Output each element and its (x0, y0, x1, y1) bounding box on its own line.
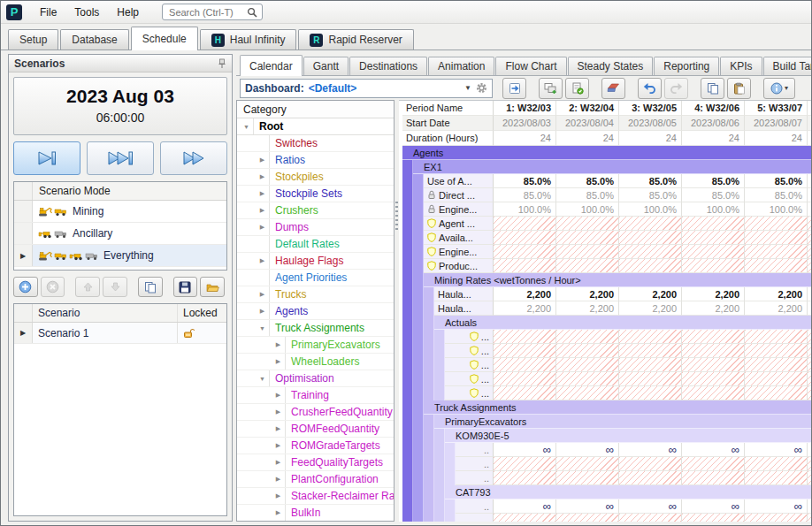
expander-icon[interactable]: ▶ (256, 152, 269, 168)
tree-item-romgradetargets[interactable]: ▶ROMGradeTargets (237, 438, 394, 454)
grid-cell[interactable]: 24 (494, 131, 556, 146)
grid-cell[interactable] (682, 217, 745, 231)
grid-cell[interactable] (745, 372, 808, 386)
expander-icon[interactable]: ▼ (256, 320, 269, 336)
undo-button[interactable] (638, 78, 662, 99)
expander-icon[interactable]: ▼ (256, 370, 269, 386)
grid-cell[interactable]: 85.0% (494, 188, 556, 202)
group-header[interactable]: PrimaryExcavators (434, 415, 811, 429)
tab-gantt[interactable]: Gantt (303, 57, 349, 75)
grid-cell[interactable]: 2023/08/05 (619, 116, 682, 131)
tab-database[interactable]: Database (60, 29, 128, 50)
grid-cell[interactable]: 2,200 (556, 301, 619, 316)
group-header[interactable]: Truck Assignments (424, 400, 811, 415)
expander-icon[interactable]: ▶ (272, 421, 285, 437)
grid-cell[interactable] (619, 471, 682, 485)
mode-row-ancillary[interactable]: Ancillary (14, 223, 226, 245)
tree-item-agent-priorities[interactable]: Agent Priorities (237, 270, 394, 286)
grid-cell[interactable] (494, 245, 556, 259)
expander-icon[interactable]: ▶ (256, 286, 269, 302)
grid-cell[interactable]: ∞ (494, 443, 556, 457)
grid-cell[interactable] (494, 259, 556, 273)
menu-tools[interactable]: Tools (65, 3, 108, 22)
grid-cell[interactable]: 85.0% (745, 174, 808, 188)
mode-row-mining[interactable]: Mining (14, 201, 226, 223)
add-dashboard-button[interactable] (539, 78, 563, 99)
grid-cell[interactable] (494, 217, 556, 231)
search-input[interactable] (167, 6, 247, 19)
tab-destinations[interactable]: Destinations (349, 57, 427, 75)
grid-cell[interactable]: 2: W32/04 (556, 101, 619, 116)
tab-flow-chart[interactable]: Flow Chart (495, 57, 566, 75)
tree-item-plantconfiguration[interactable]: ▶PlantConfiguration (237, 471, 394, 488)
tab-reporting[interactable]: Reporting (654, 57, 719, 75)
expander-icon[interactable]: ▶ (272, 354, 285, 370)
tree-item-dumps[interactable]: ▶Dumps (237, 219, 394, 236)
grid-cell[interactable] (682, 386, 745, 400)
grid-cell[interactable]: ∞ (619, 443, 682, 457)
tree-item-crusherfeedquantity[interactable]: ▶CrusherFeedQuantity (237, 404, 394, 421)
grid-cell[interactable]: 85.0% (619, 188, 682, 202)
tree-item-training[interactable]: ▶Training (237, 387, 394, 404)
grid-cell[interactable]: 85.0% (494, 174, 556, 188)
grid-cell[interactable] (619, 330, 682, 344)
tree-item-ratios[interactable]: ▶Ratios (237, 152, 394, 169)
grid-cell[interactable] (682, 231, 745, 245)
add-scenario-button[interactable] (13, 277, 38, 297)
grid-cell[interactable] (745, 231, 808, 245)
grid-cell[interactable]: 2,200 (619, 301, 682, 316)
grid-cell[interactable]: 85.0% (556, 188, 619, 202)
grid-cell[interactable]: 4: W32/06 (682, 101, 745, 116)
grid-cell[interactable] (556, 344, 619, 358)
grid-cell[interactable]: 2023/08/06 (682, 116, 745, 131)
grid-cell[interactable]: ∞ (556, 443, 619, 457)
tree-item-wheelloaders[interactable]: ▶WheelLoaders (237, 354, 394, 370)
grid-cell[interactable]: 24 (682, 131, 745, 146)
group-header[interactable]: CAT793 (445, 485, 811, 499)
grid-cell[interactable] (745, 330, 808, 344)
grid-cell[interactable] (745, 386, 808, 400)
paste-button[interactable] (727, 78, 751, 99)
tree-item-feedqualitytargets[interactable]: ▶FeedQualityTargets (237, 454, 394, 471)
expander-icon[interactable]: ▶ (256, 202, 269, 218)
grid-cell[interactable]: 85.0% (556, 174, 619, 188)
grid-cell[interactable]: 85.0% (682, 188, 745, 202)
grid-cell[interactable] (494, 514, 556, 522)
tree-item-stockpile-sets[interactable]: ▶Stockpile Sets (237, 186, 394, 202)
grid-cell[interactable]: 2023/08/03 (494, 116, 556, 131)
grid-cell[interactable] (745, 217, 808, 231)
grid-cell[interactable]: 100.0% (745, 202, 808, 217)
grid-cell[interactable]: 100.0% (494, 202, 556, 217)
grid-cell[interactable]: 2,200 (745, 287, 808, 301)
grid-cell[interactable]: 2,200 (494, 287, 556, 301)
grid-cell[interactable] (682, 372, 745, 386)
grid-cell[interactable] (494, 372, 556, 386)
grid-cell[interactable] (556, 471, 619, 485)
grid-cell[interactable]: 100.0% (619, 202, 682, 217)
export-button[interactable] (502, 78, 526, 99)
expander-icon[interactable]: ▶ (256, 219, 269, 235)
tab-setup[interactable]: Setup (8, 29, 58, 50)
grid-cell[interactable]: ∞ (745, 443, 808, 457)
tab-animation[interactable]: Animation (428, 57, 494, 75)
expander-icon[interactable]: ▶ (256, 303, 269, 319)
grid-cell[interactable] (619, 386, 682, 400)
play-next-button[interactable] (13, 141, 80, 175)
grid-cell[interactable]: 3: W32/05 (619, 101, 682, 116)
grid-cell[interactable] (682, 471, 745, 485)
expander-icon[interactable]: ▶ (272, 471, 285, 487)
tree-item-trucks[interactable]: ▶Trucks (237, 286, 394, 303)
fast-forward-button[interactable] (160, 141, 227, 175)
grid-cell[interactable]: 2,200 (619, 287, 682, 301)
grid-cell[interactable]: 2,200 (556, 287, 619, 301)
expander-icon[interactable]: ▶ (272, 387, 285, 403)
grid-cell[interactable]: 85.0% (619, 174, 682, 188)
grid-cell[interactable] (619, 217, 682, 231)
expander-icon[interactable]: ▶ (272, 488, 285, 504)
expander-icon[interactable]: ▶ (272, 505, 285, 521)
scenario-locked-cell[interactable] (177, 323, 226, 343)
grid-cell[interactable] (619, 245, 682, 259)
tree-item-truck-assignments[interactable]: ▼Truck Assignments (237, 320, 394, 337)
grid-cell[interactable] (494, 358, 556, 372)
expander-icon[interactable]: ▶ (256, 169, 269, 185)
